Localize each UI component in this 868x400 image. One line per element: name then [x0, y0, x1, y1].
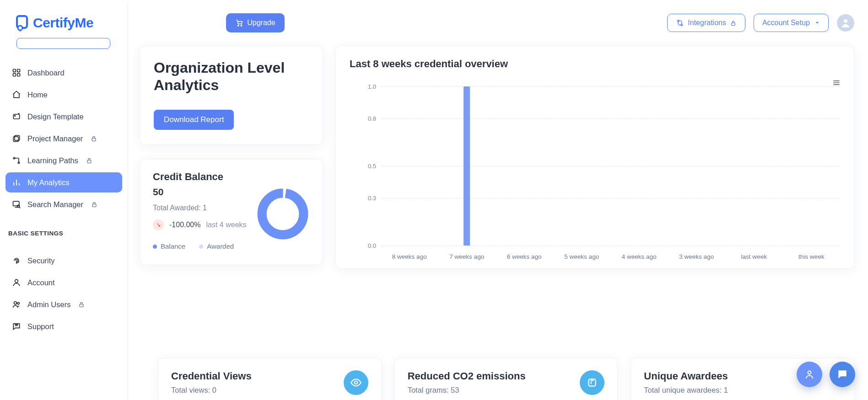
svg-point-31 [808, 371, 811, 374]
sidebar-item-label: Account [27, 278, 55, 287]
svg-point-4 [678, 20, 679, 22]
sidebar-item-learning-paths[interactable]: Learning Paths [5, 150, 122, 171]
upgrade-button[interactable]: Upgrade [226, 13, 284, 32]
account-icon [12, 278, 21, 287]
credit-period: last 4 weeks [206, 221, 247, 229]
x-tick-label: last week [725, 253, 783, 260]
path-icon [12, 156, 21, 165]
credit-balance-card: Credit Balance 50 Total Awarded: 1 ↘ -10… [140, 159, 323, 265]
lock-icon [86, 157, 93, 164]
sidebar-item-admin-users[interactable]: Admin Users [5, 294, 122, 315]
integrations-label: Integrations [688, 19, 726, 27]
credit-donut-chart [255, 187, 310, 241]
sidebar-item-label: Admin Users [27, 300, 70, 309]
avatar[interactable] [837, 14, 854, 32]
y-tick-label: 0.0 [368, 242, 376, 249]
help-user-button[interactable] [797, 362, 822, 387]
x-tick-label: 6 weeks ago [496, 253, 553, 260]
hamburger-icon [832, 78, 841, 87]
integrations-button[interactable]: Integrations [667, 14, 745, 32]
co2-icon [580, 370, 604, 395]
svg-point-3 [241, 25, 242, 26]
svg-rect-15 [13, 137, 18, 142]
sidebar-item-label: Search Manager [27, 200, 83, 209]
sidebar-item-project-manager[interactable]: Project Manager [5, 128, 122, 149]
sidebar: TOP-UP CREDITS Dashboard Home Design Tem… [0, 2, 128, 400]
stat-title: Reduced CO2 emissions [408, 370, 526, 382]
org-analytics-title: Organization Level Analytics [154, 59, 308, 94]
upgrade-label: Upgrade [247, 19, 275, 27]
account-setup-label: Account Setup [762, 19, 810, 27]
svg-rect-6 [732, 22, 735, 25]
svg-point-7 [844, 19, 847, 23]
svg-rect-12 [13, 114, 19, 119]
x-tick-label: this week [783, 253, 841, 260]
download-report-label: Download Report [164, 115, 224, 124]
sidebar-item-search-manager[interactable]: Search Manager [5, 194, 122, 214]
chat-button[interactable] [830, 362, 855, 387]
sidebar-item-label: Project Manager [27, 134, 83, 143]
overview-chart-title: Last 8 weeks credential overview [350, 58, 840, 70]
home-icon [12, 90, 21, 99]
svg-point-2 [238, 25, 239, 26]
credit-balance-title: Credit Balance [153, 171, 309, 183]
svg-point-25 [17, 302, 19, 304]
svg-rect-16 [92, 138, 96, 141]
search-monitor-icon [12, 200, 21, 209]
sidebar-item-support[interactable]: Support [5, 316, 122, 336]
sidebar-item-label: Home [27, 91, 48, 99]
svg-rect-22 [92, 204, 96, 207]
lock-icon [78, 301, 85, 308]
sidebar-item-label: Design Template [27, 112, 84, 121]
download-report-button[interactable]: Download Report [154, 110, 234, 130]
sidebar-item-security[interactable]: Security [5, 251, 122, 271]
topup-credits-button[interactable]: TOP-UP CREDITS [16, 38, 110, 49]
svg-rect-14 [15, 135, 20, 140]
overview-chart-card: Last 8 weeks credential overview 0.00.30… [335, 46, 854, 269]
stat-sub: Total grams: 53 [408, 386, 526, 395]
chart-bar [464, 86, 470, 245]
admin-users-icon [12, 300, 21, 309]
account-setup-button[interactable]: Account Setup [754, 14, 829, 32]
overview-chart-plot: 0.00.30.50.81.0 8 weeks ago7 weeks ago6 … [360, 86, 840, 245]
sidebar-item-home[interactable]: Home [5, 85, 122, 105]
sidebar-item-label: Security [27, 256, 55, 265]
svg-rect-10 [13, 74, 16, 76]
svg-point-27 [262, 193, 304, 235]
sidebar-item-my-analytics[interactable]: My Analytics [5, 172, 122, 192]
svg-rect-26 [80, 304, 83, 307]
svg-point-18 [18, 162, 19, 163]
legend-awarded: Awarded [199, 242, 234, 250]
chat-icon [836, 368, 848, 380]
lock-icon [90, 135, 97, 142]
y-tick-label: 0.5 [368, 163, 376, 170]
sidebar-section-basic-settings: BASIC SETTINGS [8, 230, 119, 237]
integrations-icon [676, 19, 684, 27]
topup-label: TOP-UP CREDITS [17, 38, 110, 38]
svg-point-24 [14, 302, 17, 304]
cart-icon [235, 19, 243, 27]
org-analytics-card: Organization Level Analytics Download Re… [140, 46, 323, 145]
svg-rect-9 [17, 69, 20, 72]
svg-point-29 [354, 381, 357, 384]
svg-point-17 [13, 157, 15, 159]
stat-sub: Total views: 0 [171, 386, 252, 395]
sidebar-item-account[interactable]: Account [5, 272, 122, 293]
svg-point-5 [681, 24, 683, 26]
sidebar-item-design-template[interactable]: Design Template [5, 107, 122, 127]
x-tick-label: 5 weeks ago [553, 253, 611, 260]
svg-rect-11 [17, 74, 20, 76]
x-tick-label: 3 weeks ago [668, 253, 726, 260]
sidebar-item-label: Learning Paths [27, 156, 78, 165]
user-icon [804, 369, 815, 380]
chevron-down-icon [814, 20, 820, 26]
sidebar-item-label: Support [27, 322, 54, 331]
sidebar-item-dashboard[interactable]: Dashboard [5, 63, 122, 83]
lock-icon [730, 20, 737, 27]
y-tick-label: 0.3 [368, 194, 376, 201]
template-icon [12, 112, 21, 121]
stat-title: Credential Views [171, 370, 252, 382]
y-tick-label: 1.0 [368, 83, 376, 90]
fingerprint-icon [12, 256, 21, 265]
svg-rect-19 [87, 160, 91, 163]
